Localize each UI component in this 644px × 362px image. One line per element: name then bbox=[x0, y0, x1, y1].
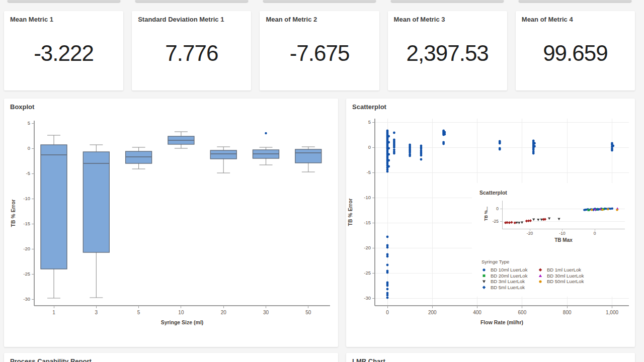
card-above-edge bbox=[519, 0, 631, 2]
svg-text:-5: -5 bbox=[26, 170, 30, 176]
svg-text:-10: -10 bbox=[559, 231, 566, 236]
metric-card-value: 2,397.53 bbox=[407, 41, 489, 66]
svg-text:TB % Error: TB % Error bbox=[347, 199, 353, 226]
svg-text:Syringe Type: Syringe Type bbox=[481, 259, 509, 264]
svg-text:TB Max: TB Max bbox=[554, 237, 573, 243]
svg-text:0: 0 bbox=[594, 231, 596, 236]
card-above-edge bbox=[135, 0, 248, 2]
svg-text:-30: -30 bbox=[23, 296, 30, 302]
svg-text:Flow Rate (ml/hr): Flow Rate (ml/hr) bbox=[480, 319, 523, 325]
svg-text:Scatterplot: Scatterplot bbox=[479, 190, 507, 196]
svg-text:50: 50 bbox=[305, 310, 311, 315]
svg-text:BD 1ml LuerLok: BD 1ml LuerLok bbox=[547, 267, 581, 273]
boxplot-boxes[interactable] bbox=[41, 132, 321, 298]
metric-card-title: Mean Metric 1 bbox=[4, 11, 123, 23]
metric-card-title: Mean of Metric 4 bbox=[516, 11, 635, 23]
svg-text:-10: -10 bbox=[364, 195, 371, 200]
svg-text:TB %...: TB %... bbox=[484, 207, 489, 221]
metric-card-title: Mean of Metric 2 bbox=[260, 11, 379, 23]
bottom-panels-row: Process Capability Report LMR Chart bbox=[4, 353, 635, 362]
svg-text:-20: -20 bbox=[364, 245, 371, 250]
svg-text:-10: -10 bbox=[23, 196, 30, 201]
svg-text:BD 5ml LuerLok: BD 5ml LuerLok bbox=[491, 285, 525, 290]
process-capability-panel-title: Process Capability Report bbox=[4, 353, 338, 362]
metric-card-stdev-metric-1[interactable]: Standard Deviation Metric 1 7.776 bbox=[132, 11, 251, 90]
svg-text:BD 10ml LuerLok: BD 10ml LuerLok bbox=[491, 267, 528, 273]
svg-text:10: 10 bbox=[178, 310, 184, 315]
svg-text:5: 5 bbox=[28, 120, 30, 126]
svg-text:0: 0 bbox=[496, 206, 499, 211]
svg-text:-25: -25 bbox=[493, 219, 499, 224]
process-capability-panel[interactable]: Process Capability Report bbox=[4, 353, 338, 362]
card-above-edge bbox=[8, 0, 120, 2]
svg-text:-15: -15 bbox=[23, 221, 30, 226]
svg-text:BD 20ml LuerLok: BD 20ml LuerLok bbox=[491, 273, 528, 279]
svg-text:800: 800 bbox=[563, 310, 572, 315]
svg-text:-25: -25 bbox=[364, 270, 371, 276]
svg-text:-20: -20 bbox=[527, 231, 533, 236]
svg-text:-25: -25 bbox=[23, 271, 30, 277]
charts-row: Boxplot 50-5-10-15-20-25-3013510203050Sy… bbox=[4, 99, 635, 347]
svg-text:Syringe Size (ml): Syringe Size (ml) bbox=[161, 319, 204, 325]
metric-card-value: 7.776 bbox=[165, 41, 218, 66]
svg-text:BD 30ml LuerLok: BD 30ml LuerLok bbox=[547, 273, 584, 279]
svg-text:0: 0 bbox=[28, 145, 30, 151]
card-above-edge bbox=[263, 0, 376, 2]
dashboard-page: Mean Metric 1 -3.222 Standard Deviation … bbox=[0, 0, 644, 362]
boxplot-panel-title: Boxplot bbox=[4, 99, 40, 111]
svg-text:20: 20 bbox=[221, 310, 227, 315]
svg-text:5: 5 bbox=[137, 310, 140, 315]
svg-text:-30: -30 bbox=[364, 295, 371, 301]
lmr-chart-panel-title: LMR Chart bbox=[346, 353, 635, 362]
metric-card-mean-metric-1[interactable]: Mean Metric 1 -3.222 bbox=[4, 11, 123, 90]
svg-text:TB % Error: TB % Error bbox=[10, 200, 16, 227]
boxplot-chart[interactable]: 50-5-10-15-20-25-3013510203050Syringe Si… bbox=[4, 99, 338, 347]
metric-card-mean-metric-2[interactable]: Mean of Metric 2 -7.675 bbox=[260, 11, 379, 90]
svg-text:0: 0 bbox=[368, 144, 371, 150]
svg-text:BD 50ml LuerLok: BD 50ml LuerLok bbox=[547, 279, 584, 284]
metric-card-mean-metric-3[interactable]: Mean of Metric 3 2,397.53 bbox=[388, 11, 507, 90]
metric-card-title: Standard Deviation Metric 1 bbox=[132, 11, 251, 23]
metric-cards-row: Mean Metric 1 -3.222 Standard Deviation … bbox=[4, 11, 635, 90]
boxplot-panel[interactable]: Boxplot 50-5-10-15-20-25-3013510203050Sy… bbox=[4, 99, 338, 347]
lmr-chart-panel[interactable]: LMR Chart bbox=[346, 353, 635, 362]
scatterplot-panel[interactable]: Scatterplot 50-5-10-15-20-25-30020040060… bbox=[346, 99, 635, 347]
scatterplot-chart[interactable]: 50-5-10-15-20-25-3002004006008001,000Flo… bbox=[346, 99, 635, 347]
card-above-edge bbox=[391, 0, 504, 2]
svg-text:BD 3ml LuerLok: BD 3ml LuerLok bbox=[491, 279, 525, 284]
metric-card-value: -7.675 bbox=[290, 41, 350, 66]
svg-text:1: 1 bbox=[52, 310, 55, 315]
svg-text:0: 0 bbox=[386, 310, 389, 315]
scatterplot-panel-title: Scatterplot bbox=[346, 99, 392, 111]
svg-text:600: 600 bbox=[518, 310, 527, 315]
metric-card-value: -3.222 bbox=[34, 41, 94, 66]
svg-text:400: 400 bbox=[473, 310, 481, 315]
svg-text:-5: -5 bbox=[367, 169, 371, 175]
metric-card-mean-metric-4[interactable]: Mean of Metric 4 99.659 bbox=[516, 11, 635, 90]
svg-text:3: 3 bbox=[95, 310, 98, 315]
svg-text:200: 200 bbox=[428, 310, 437, 315]
svg-text:1,000: 1,000 bbox=[606, 310, 618, 315]
svg-text:-20: -20 bbox=[23, 246, 30, 251]
svg-text:30: 30 bbox=[263, 310, 269, 315]
metric-card-value: 99.659 bbox=[543, 41, 608, 66]
svg-text:-15: -15 bbox=[364, 220, 371, 225]
svg-text:5: 5 bbox=[368, 119, 371, 125]
metric-card-title: Mean of Metric 3 bbox=[388, 11, 507, 23]
